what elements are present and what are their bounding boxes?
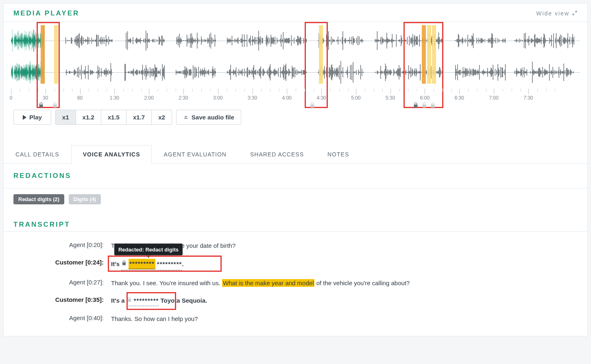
redaction-marker[interactable]	[432, 25, 436, 84]
time-tick-label: 60	[77, 95, 83, 101]
wide-view-label: Wide view	[536, 10, 569, 17]
speed-x1.2[interactable]: x1.2	[76, 110, 101, 125]
speed-x1[interactable]: x1	[55, 110, 76, 125]
highlighted-phrase: What is the make year and model	[222, 279, 314, 287]
transcript-speaker: Customer [0:24]:	[13, 259, 111, 271]
text: .	[182, 260, 183, 267]
speed-x2[interactable]: x2	[151, 110, 172, 125]
download-icon	[183, 114, 189, 121]
timeline-axis[interactable]: 030601:302:002:303:003:304:004:305:005:3…	[11, 89, 580, 103]
redacted-stars: *********	[157, 260, 182, 269]
text: It's a	[111, 297, 125, 304]
time-tick-label: 5:30	[386, 95, 395, 101]
time-tick-label: 3:30	[248, 95, 257, 101]
time-tick-label: 1:30	[110, 95, 119, 101]
lock-icon	[38, 102, 44, 110]
transcript-speaker: Agent [0:40]:	[13, 314, 111, 324]
transcript-row[interactable]: Agent [0:40]: Thanks. So how can I help …	[13, 310, 578, 328]
transcript-text: Thank you. I see. You're insured with us…	[111, 279, 578, 288]
waveform-area[interactable]	[11, 22, 580, 87]
wide-view-button[interactable]: Wide view	[536, 10, 578, 17]
tab-voice-analytics[interactable]: VOICE ANALYTICS	[71, 145, 152, 163]
redaction-marker[interactable]	[54, 25, 58, 84]
transcript-text: Thanks. So how can I help you?	[111, 314, 578, 324]
save-audio-button[interactable]: Save audio file	[176, 110, 241, 125]
play-label: Play	[29, 114, 42, 121]
transcript-row[interactable]: Customer [0:24]: Redacted: Redact digits…	[13, 255, 578, 275]
redaction-marker[interactable]	[422, 25, 426, 84]
redacted-segment[interactable]: ********* *********	[121, 259, 182, 271]
time-tick-label: 6:30	[455, 95, 464, 101]
time-tick-label: 3:00	[213, 95, 222, 101]
time-tick-label: 4:30	[316, 95, 326, 101]
tab-call-details[interactable]: CALL DETAILS	[4, 145, 71, 163]
redaction-tooltip: Redacted: Redact digits	[114, 243, 183, 256]
transcript-text: Redacted: Redact digits It's ********* *…	[111, 259, 578, 271]
transcript-speaker: Agent [0:27]:	[13, 279, 111, 288]
lock-icon	[310, 102, 316, 110]
time-tick-label: 4:00	[282, 95, 292, 101]
lock-icon	[126, 296, 132, 306]
redactions-title: REDACTIONS	[13, 172, 578, 180]
save-audio-label: Save audio file	[192, 114, 234, 121]
text: of the vehicle you're calling about?	[314, 280, 410, 286]
text: It's	[111, 260, 120, 267]
text: Toyota Sequoia.	[159, 297, 207, 304]
tab-shared-access[interactable]: SHARED ACCESS	[238, 145, 316, 163]
digits-pill[interactable]: Digits (4)	[69, 194, 101, 204]
lock-icon	[52, 102, 58, 110]
time-tick-label: 7:30	[523, 95, 533, 101]
tab-agent-evaluation[interactable]: AGENT EVALUATION	[152, 145, 238, 163]
speed-x1.7[interactable]: x1.7	[126, 110, 151, 125]
transcript-row[interactable]: Customer [0:35]: It's a ********* Toyota…	[13, 292, 578, 311]
transcript-speaker: Agent [0:20]:	[13, 241, 111, 251]
redaction-marker[interactable]	[41, 25, 45, 84]
redaction-marker[interactable]	[319, 25, 323, 84]
transcript-row[interactable]: Agent [0:20]: Thank you Ann. Can I have …	[13, 237, 578, 255]
transcript-speaker: Customer [0:35]:	[13, 296, 111, 307]
time-tick-label: 6:00	[420, 95, 430, 101]
time-tick-label: 5:00	[351, 95, 360, 101]
lock-icon	[421, 102, 427, 110]
tab-bar: CALL DETAILSVOICE ANALYTICSAGENT EVALUAT…	[4, 145, 587, 164]
tab-notes[interactable]: NOTES	[316, 145, 361, 163]
time-tick-label: 2:00	[144, 95, 153, 101]
lock-icon	[412, 102, 419, 110]
play-button[interactable]: Play	[13, 110, 51, 125]
redact-digits-pill[interactable]: Redact digits (2)	[13, 194, 64, 204]
transcript-row[interactable]: Agent [0:27]: Thank you. I see. You're i…	[13, 275, 578, 292]
text: Thank you. I see. You're insured with us…	[111, 280, 222, 286]
time-tick-label: 30	[43, 95, 48, 101]
redaction-marker[interactable]	[427, 25, 431, 84]
playback-speed-group: x1x1.2x1.5x1.7x2	[55, 110, 172, 125]
lock-icon	[121, 260, 127, 269]
time-tick-label: 0	[10, 95, 13, 101]
transcript-title: TRANSCRIPT	[13, 221, 578, 229]
play-icon	[23, 115, 26, 120]
transcript-text: It's a ********* Toyota Sequoia.	[111, 296, 578, 307]
lock-icon	[430, 102, 436, 110]
redacted-segment[interactable]: *********	[126, 296, 159, 307]
speed-x1.5[interactable]: x1.5	[101, 110, 126, 125]
time-tick-label: 2:30	[179, 95, 188, 101]
time-tick-label: 7:00	[489, 95, 498, 101]
waveform-channel-1	[11, 29, 580, 52]
redacted-stars: *********	[134, 296, 159, 306]
expand-icon	[572, 10, 578, 17]
redacted-stars: *********	[129, 259, 155, 270]
media-player-title: MEDIA PLAYER	[13, 9, 79, 17]
waveform-channel-2	[11, 61, 580, 84]
